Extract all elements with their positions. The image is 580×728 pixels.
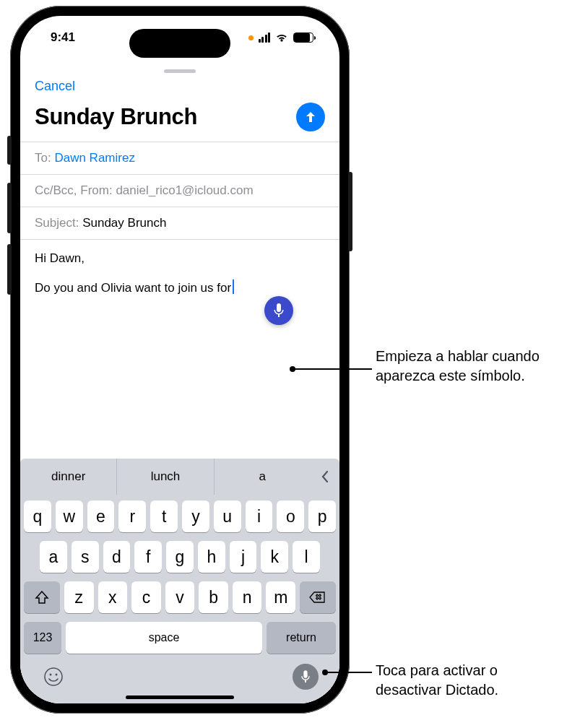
collapse-suggestions-button[interactable] bbox=[311, 459, 339, 495]
to-label: To: bbox=[35, 151, 51, 165]
delete-key[interactable] bbox=[300, 581, 336, 613]
key-o[interactable]: o bbox=[277, 500, 304, 532]
compose-sheet: Cancel Sunday Brunch To: Dawn Ramirez Cc… bbox=[20, 64, 339, 703]
sheet-grabber[interactable] bbox=[164, 69, 196, 73]
suggestion-item[interactable]: lunch bbox=[116, 459, 213, 495]
shift-key[interactable] bbox=[24, 581, 60, 613]
arrow-up-icon bbox=[303, 110, 318, 124]
message-body[interactable]: Hi Dawn, Do you and Olivia want to join … bbox=[20, 239, 339, 459]
key-g[interactable]: g bbox=[166, 541, 194, 573]
home-indicator[interactable] bbox=[126, 696, 234, 699]
key-h[interactable]: h bbox=[198, 541, 225, 573]
key-p[interactable]: p bbox=[308, 500, 336, 532]
screen: 9:41 Cancel Sunday Brunch To: Dawn Ramir… bbox=[20, 16, 339, 703]
key-c[interactable]: c bbox=[131, 581, 161, 613]
key-b[interactable]: b bbox=[199, 581, 228, 613]
return-key[interactable]: return bbox=[267, 622, 336, 654]
volume-down bbox=[7, 244, 12, 295]
body-line: Do you and Olivia want to join us for bbox=[35, 281, 231, 295]
cc-value: daniel_rico1@icloud.com bbox=[116, 183, 253, 197]
key-f[interactable]: f bbox=[134, 541, 162, 573]
key-e[interactable]: e bbox=[87, 500, 115, 532]
key-j[interactable]: j bbox=[230, 541, 257, 573]
key-m[interactable]: m bbox=[266, 581, 295, 613]
wifi-icon bbox=[275, 32, 288, 43]
suggestion-item[interactable]: a bbox=[214, 459, 311, 495]
key-x[interactable]: x bbox=[98, 581, 128, 613]
mic-privacy-dot-icon bbox=[248, 35, 254, 40]
dictation-button[interactable] bbox=[293, 664, 319, 690]
key-r[interactable]: r bbox=[118, 500, 146, 532]
mute-switch bbox=[7, 136, 12, 165]
subject-value: Sunday Brunch bbox=[82, 216, 166, 230]
key-i[interactable]: i bbox=[246, 500, 273, 532]
key-q[interactable]: q bbox=[24, 500, 51, 532]
dictation-indicator[interactable] bbox=[264, 296, 293, 325]
svg-point-0 bbox=[45, 668, 62, 685]
callout-text: Empieza a hablar cuando aparezca este sí… bbox=[376, 347, 563, 386]
numbers-key[interactable]: 123 bbox=[24, 622, 61, 654]
key-w[interactable]: w bbox=[56, 500, 83, 532]
svg-point-1 bbox=[50, 674, 52, 676]
phone-frame: 9:41 Cancel Sunday Brunch To: Dawn Ramir… bbox=[10, 6, 350, 714]
keyboard: q w e r t y u i o p a s d f g h bbox=[20, 495, 339, 703]
key-t[interactable]: t bbox=[150, 500, 178, 532]
to-value: Dawn Ramirez bbox=[54, 151, 134, 165]
key-l[interactable]: l bbox=[293, 541, 320, 573]
suggestion-item[interactable]: dinner bbox=[20, 459, 116, 495]
cancel-button[interactable]: Cancel bbox=[20, 77, 339, 101]
key-n[interactable]: n bbox=[233, 581, 262, 613]
keyboard-row: a s d f g h j k l bbox=[24, 541, 336, 573]
cellular-icon bbox=[259, 32, 271, 43]
microphone-icon bbox=[273, 303, 285, 318]
key-v[interactable]: v bbox=[165, 581, 195, 613]
keyboard-row: q w e r t y u i o p bbox=[24, 500, 336, 532]
emoji-button[interactable] bbox=[41, 664, 66, 689]
keyboard-row: 123 space return bbox=[24, 622, 336, 654]
key-s[interactable]: s bbox=[72, 541, 99, 573]
suggestion-bar: dinner lunch a bbox=[20, 459, 339, 495]
status-time: 9:41 bbox=[51, 30, 75, 45]
key-k[interactable]: k bbox=[261, 541, 288, 573]
battery-icon bbox=[293, 32, 313, 43]
text-cursor bbox=[233, 280, 234, 294]
microphone-icon bbox=[300, 670, 311, 684]
callout-text: Toca para activar o desactivar Dictado. bbox=[376, 661, 563, 700]
space-key[interactable]: space bbox=[66, 622, 262, 654]
shift-icon bbox=[35, 591, 49, 604]
send-button[interactable] bbox=[296, 103, 325, 131]
backspace-icon bbox=[309, 591, 326, 604]
dynamic-island bbox=[129, 29, 230, 58]
key-a[interactable]: a bbox=[40, 541, 67, 573]
key-u[interactable]: u bbox=[214, 500, 241, 532]
key-y[interactable]: y bbox=[182, 500, 209, 532]
cc-bcc-from-field[interactable]: Cc/Bcc, From: daniel_rico1@icloud.com bbox=[20, 174, 339, 207]
cc-label: Cc/Bcc, From: bbox=[35, 183, 113, 197]
key-d[interactable]: d bbox=[103, 541, 131, 573]
subject-field[interactable]: Subject: Sunday Brunch bbox=[20, 207, 339, 239]
to-field[interactable]: To: Dawn Ramirez bbox=[20, 142, 339, 174]
body-line: Hi Dawn, bbox=[35, 250, 325, 268]
chevron-left-icon bbox=[321, 470, 329, 483]
compose-title: Sunday Brunch bbox=[35, 104, 197, 130]
svg-point-2 bbox=[56, 674, 58, 676]
subject-label: Subject: bbox=[35, 216, 79, 230]
keyboard-row: z x c v b n m bbox=[24, 581, 336, 613]
callout-line bbox=[293, 368, 372, 370]
callout-line bbox=[325, 672, 372, 673]
key-z[interactable]: z bbox=[64, 581, 94, 613]
emoji-icon bbox=[43, 666, 64, 688]
side-button bbox=[348, 172, 352, 251]
volume-up bbox=[7, 183, 12, 233]
